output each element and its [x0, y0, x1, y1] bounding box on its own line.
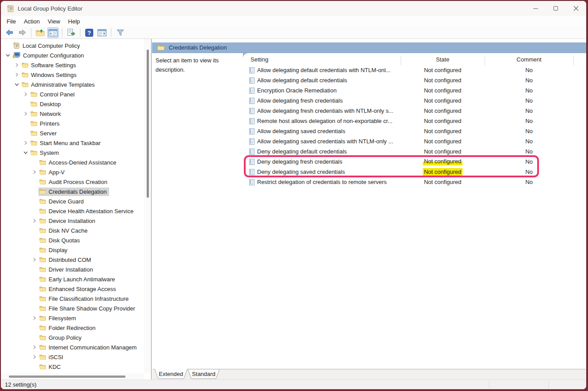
tree-item[interactable]: Distributed COM [1, 255, 144, 264]
column-header-comment[interactable]: Comment [485, 56, 573, 63]
table-row[interactable]: Allow delegating fresh credentials with … [243, 106, 586, 116]
tree-item[interactable]: Filesystem [1, 313, 144, 323]
table-row[interactable]: Deny delegating fresh credentialsNot con… [243, 157, 586, 167]
tree-item[interactable]: Desktop [1, 99, 144, 109]
table-row[interactable]: Deny delegating default credentialsNot c… [243, 146, 586, 157]
tree-item[interactable]: Disk Quotas [1, 235, 144, 245]
forward-button[interactable] [16, 27, 28, 38]
chevron-right-icon[interactable] [30, 355, 38, 359]
tree-item[interactable]: Device Health Attestation Service [1, 206, 144, 216]
tree-item[interactable]: Printers [1, 119, 144, 128]
tree-item[interactable]: Audit Process Creation [1, 177, 144, 187]
export-list-button[interactable] [65, 27, 77, 38]
table-row[interactable]: Allow delegating saved credentialsNot co… [243, 126, 586, 136]
menu-view[interactable]: View [44, 17, 64, 26]
tree-item[interactable]: Computer Configuration [1, 50, 144, 60]
filter-button[interactable] [114, 27, 126, 38]
tree-vertical-scrollbar[interactable] [144, 39, 151, 373]
help-button[interactable]: ? [83, 27, 95, 38]
tree-item[interactable]: Access-Denied Assistance [1, 157, 144, 167]
chevron-down-icon[interactable] [12, 82, 21, 87]
table-row[interactable]: Allow delegating fresh credentialsNot co… [243, 96, 586, 106]
show-action-pane-button[interactable] [96, 27, 108, 38]
chevron-right-icon[interactable] [30, 218, 38, 223]
table-row[interactable]: Restrict delegation of credentials to re… [243, 177, 586, 187]
tree-item[interactable]: Credentials Delegation [1, 187, 144, 196]
toolbar-separator [31, 28, 31, 37]
tree-item[interactable]: Network [1, 109, 144, 119]
tree-item[interactable]: iSCSI [1, 352, 144, 362]
tree-item[interactable]: Start Menu and Taskbar [1, 138, 144, 148]
tab-standard-label[interactable]: Standard [192, 371, 216, 377]
group-policy-editor-window: Local Group Policy Editor File Action Vi… [1, 1, 586, 389]
back-button[interactable] [4, 27, 15, 38]
tree-item[interactable]: App-V [1, 167, 144, 177]
show-console-tree-button[interactable] [47, 27, 59, 38]
tree-item[interactable]: Internet Communication Managem [1, 342, 144, 352]
minimize-button[interactable] [525, 1, 546, 16]
chevron-right-icon[interactable] [21, 92, 30, 96]
chevron-right-icon[interactable] [12, 63, 21, 67]
comment-value: No [485, 177, 573, 187]
tree-item[interactable]: Software Settings [1, 60, 144, 70]
column-separator[interactable] [401, 56, 401, 65]
tree-item[interactable]: Group Policy [1, 333, 144, 342]
tree-item[interactable]: Early Launch Antimalware [1, 274, 144, 284]
column-header-state[interactable]: State [401, 56, 485, 63]
chevron-right-icon[interactable] [21, 111, 30, 116]
chevron-right-icon[interactable] [30, 316, 38, 320]
tree-item[interactable]: Folder Redirection [1, 323, 144, 333]
folder-icon [30, 92, 37, 97]
tree-item[interactable]: Display [1, 245, 144, 255]
table-row[interactable]: Encryption Oracle RemediationNot configu… [243, 85, 586, 96]
tree-horizontal-scrollbar[interactable] [1, 373, 144, 380]
tree-item[interactable]: Server [1, 128, 144, 138]
column-header-setting[interactable]: Setting [250, 56, 268, 63]
menu-action[interactable]: Action [20, 17, 44, 26]
tree-item[interactable]: Control Panel [1, 89, 144, 99]
tree-item[interactable]: Windows Settings [1, 70, 144, 80]
chevron-right-icon[interactable] [30, 170, 38, 174]
state-cell: Not configured [401, 146, 485, 157]
tree-item[interactable]: Administrative Templates [1, 80, 144, 89]
tree-item[interactable]: Enhanced Storage Access [1, 284, 144, 294]
menu-help[interactable]: Help [64, 17, 84, 26]
toolbar-separator [62, 28, 62, 37]
chevron-right-icon[interactable] [30, 257, 38, 262]
column-separator[interactable] [573, 56, 574, 65]
comment-value: No [485, 96, 573, 106]
state-cell: Not configured [401, 65, 485, 75]
up-one-level-button[interactable] [34, 27, 46, 38]
table-row[interactable]: Deny delegating saved credentialsNot con… [243, 167, 586, 177]
column-separator[interactable] [485, 56, 485, 65]
tree-item[interactable]: Device Guard [1, 196, 144, 206]
tree-item[interactable]: System [1, 148, 144, 157]
close-button[interactable] [566, 1, 586, 16]
tree-item[interactable]: KDC [1, 362, 144, 372]
scrollbar-thumb[interactable] [147, 50, 149, 198]
setting-cell: Allow delegating saved credentials with … [249, 136, 393, 146]
tree-item-label: KDC [49, 364, 61, 370]
menu-file[interactable]: File [3, 17, 20, 26]
chevron-right-icon[interactable] [30, 345, 38, 349]
table-row[interactable]: Remote host allows delegation of non-exp… [243, 116, 586, 126]
tree-item[interactable]: File Share Shadow Copy Provider [1, 303, 144, 313]
tree-item[interactable]: Driver Installation [1, 264, 144, 274]
chevron-right-icon[interactable] [12, 73, 21, 77]
tree-item[interactable]: Disk NV Cache [1, 226, 144, 235]
state-value: Not configured [423, 158, 463, 165]
chevron-right-icon[interactable] [21, 141, 30, 145]
table-row[interactable]: Allow delegating saved credentials with … [243, 136, 586, 146]
table-row[interactable]: Allow delegating default credentialsNot … [243, 75, 586, 85]
tab-extended-label[interactable]: Extended [159, 371, 183, 377]
tree-item[interactable]: Device Installation [1, 216, 144, 226]
table-row[interactable]: Allow delegating default credentials wit… [243, 65, 586, 75]
setting-icon [249, 67, 254, 73]
chevron-down-icon[interactable] [4, 53, 12, 58]
maximize-button[interactable] [546, 1, 566, 16]
computer-icon [13, 52, 20, 58]
scrollbar-thumb[interactable] [9, 376, 125, 378]
tree-item[interactable]: Local Computer Policy [1, 41, 144, 50]
tree-item[interactable]: File Classification Infrastructure [1, 294, 144, 303]
chevron-down-icon[interactable] [21, 150, 30, 155]
